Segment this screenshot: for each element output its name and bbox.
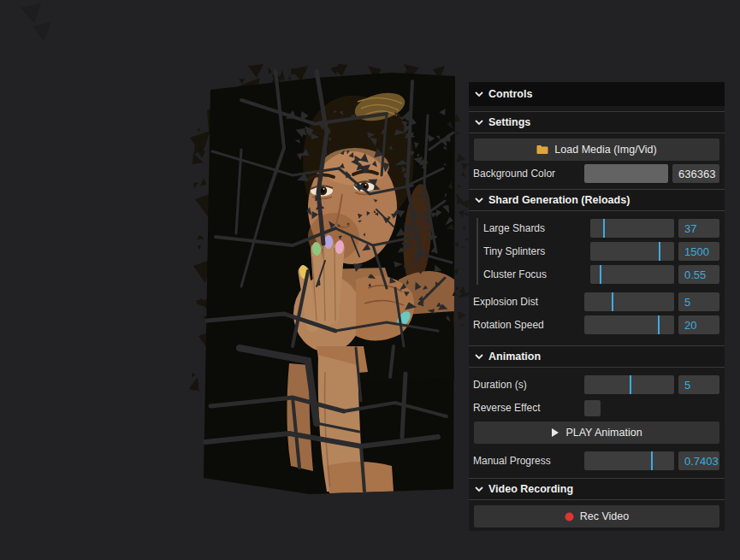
duration-slider[interactable] bbox=[584, 375, 674, 394]
settings-header[interactable]: Settings bbox=[469, 111, 725, 133]
large-shards-label: Large Shards bbox=[478, 222, 590, 234]
chevron-down-icon bbox=[475, 485, 483, 493]
manual-progress-label: Manual Progress bbox=[473, 455, 584, 467]
chevron-down-icon bbox=[475, 118, 483, 127]
corner-shards bbox=[15, 3, 67, 45]
controls-header[interactable]: Controls bbox=[469, 82, 725, 106]
rotation-speed-label: Rotation Speed bbox=[473, 319, 584, 331]
shard-generation-header[interactable]: Shard Generation (Reloads) bbox=[469, 189, 725, 211]
animation-header[interactable]: Animation bbox=[469, 345, 725, 368]
chevron-down-icon bbox=[475, 90, 483, 98]
reverse-effect-label: Reverse Effect bbox=[473, 402, 584, 414]
shatter-canvas[interactable] bbox=[188, 64, 471, 502]
tiny-splinters-label: Tiny Splinters bbox=[478, 245, 590, 257]
load-media-label: Load Media (Img/Vid) bbox=[554, 144, 656, 156]
load-media-button[interactable]: Load Media (Img/Vid) bbox=[474, 139, 719, 161]
video-recording-header-label: Video Recording bbox=[488, 483, 573, 495]
manual-progress-slider[interactable] bbox=[584, 451, 674, 470]
rec-video-label: Rec Video bbox=[580, 510, 629, 522]
cluster-focus-row: Cluster Focus 0.55 bbox=[478, 264, 719, 285]
tiny-splinters-row: Tiny Splinters 1500 bbox=[478, 241, 719, 262]
slider-marker bbox=[630, 375, 631, 394]
reverse-effect-row: Reverse Effect bbox=[473, 398, 719, 418]
large-shards-row: Large Shards 37 bbox=[478, 218, 719, 239]
tiny-splinters-value[interactable]: 1500 bbox=[678, 242, 719, 261]
nail-lavender bbox=[324, 235, 333, 249]
slider-marker bbox=[603, 219, 605, 238]
rec-video-button[interactable]: Rec Video bbox=[474, 505, 719, 528]
settings-header-label: Settings bbox=[488, 116, 530, 128]
eye-left bbox=[311, 186, 333, 197]
slider-marker bbox=[612, 292, 613, 311]
explosion-dist-value[interactable]: 5 bbox=[678, 292, 719, 311]
explosion-dist-slider[interactable] bbox=[584, 292, 674, 311]
duration-value[interactable]: 5 bbox=[678, 375, 719, 394]
play-animation-button[interactable]: PLAY Animation bbox=[474, 421, 719, 444]
controls-title-label: Controls bbox=[488, 88, 532, 100]
slider-marker bbox=[651, 451, 653, 470]
chevron-down-icon bbox=[475, 196, 483, 204]
slider-marker bbox=[659, 242, 660, 261]
explosion-dist-row: Explosion Dist 5 bbox=[473, 292, 719, 312]
manual-progress-value[interactable]: 0.7403 bbox=[678, 451, 719, 470]
cluster-focus-label: Cluster Focus bbox=[478, 268, 590, 280]
duration-row: Duration (s) 5 bbox=[473, 374, 719, 395]
gui-panel: Controls Settings Load Media (Img/Vid) B… bbox=[469, 82, 725, 531]
background-color-value[interactable]: 636363 bbox=[672, 164, 719, 183]
play-animation-label: PLAY Animation bbox=[565, 427, 642, 439]
rotation-speed-row: Rotation Speed 20 bbox=[473, 315, 719, 335]
tiny-splinters-slider[interactable] bbox=[590, 242, 674, 261]
reverse-effect-checkbox[interactable] bbox=[584, 400, 601, 416]
duration-label: Duration (s) bbox=[473, 379, 584, 391]
record-icon bbox=[565, 512, 574, 522]
explosion-dist-label: Explosion Dist bbox=[473, 296, 584, 308]
chevron-down-icon bbox=[475, 352, 483, 361]
background-color-row: Background Color 636363 bbox=[473, 163, 719, 184]
rotation-speed-value[interactable]: 20 bbox=[678, 315, 719, 334]
large-shards-slider[interactable] bbox=[590, 219, 674, 238]
background-color-swatch[interactable] bbox=[584, 164, 668, 183]
rotation-speed-slider[interactable] bbox=[584, 315, 674, 334]
shard-generation-header-label: Shard Generation (Reloads) bbox=[488, 194, 630, 206]
cluster-focus-slider[interactable] bbox=[590, 265, 674, 284]
manual-progress-row: Manual Progress 0.7403 bbox=[473, 451, 719, 471]
folder-icon bbox=[536, 144, 548, 155]
cluster-focus-value[interactable]: 0.55 bbox=[678, 265, 719, 284]
play-icon bbox=[551, 427, 559, 438]
slider-marker bbox=[600, 265, 601, 284]
slider-marker bbox=[658, 315, 660, 334]
shattered-portrait bbox=[188, 64, 471, 502]
background-color-label: Background Color bbox=[473, 168, 584, 180]
animation-header-label: Animation bbox=[488, 351, 541, 363]
video-recording-header[interactable]: Video Recording bbox=[469, 478, 725, 500]
large-shards-value[interactable]: 37 bbox=[678, 219, 719, 238]
shard-generation-group: Large Shards 37 Tiny Splinters 1500 Clus… bbox=[477, 218, 725, 285]
